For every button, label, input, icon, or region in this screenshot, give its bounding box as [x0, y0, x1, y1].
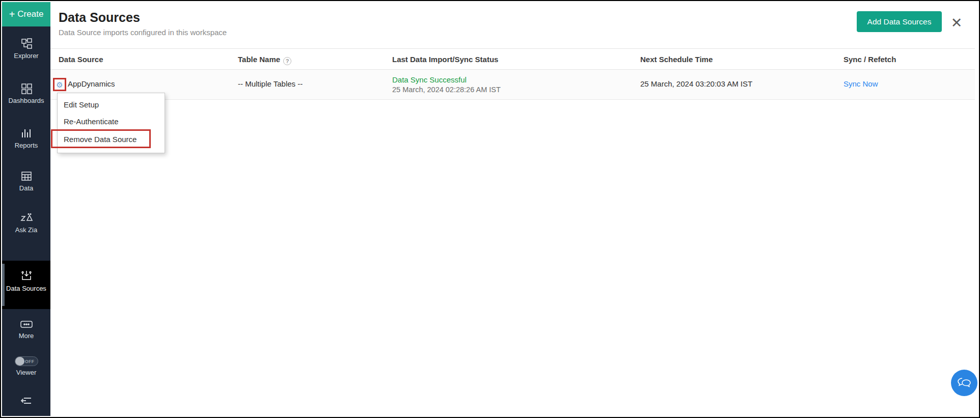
sidebar-item-data[interactable]: Data: [2, 170, 50, 192]
sidebar-item-data-sources-active[interactable]: Data Sources: [2, 261, 50, 309]
column-header-data-source: Data Source: [59, 55, 103, 64]
table-header-row: Data Source Table Name? Last Data Import…: [50, 48, 975, 70]
cell-sync-status: Data Sync Successful: [392, 75, 467, 84]
data-sources-icon: [20, 269, 33, 282]
column-header-next-schedule: Next Schedule Time: [640, 55, 713, 64]
cell-data-source-name: AppDynamics: [68, 79, 115, 88]
sidebar-item-more[interactable]: More: [2, 319, 50, 340]
chat-bubbles-icon: [957, 376, 971, 389]
chat-support-button[interactable]: [951, 370, 977, 396]
sidebar-item-explorer[interactable]: Explorer: [2, 38, 50, 60]
menu-item-re-authenticate[interactable]: Re-Authenticate: [64, 114, 160, 129]
sidebar-item-label: Data: [2, 184, 50, 192]
sidebar-item-reports[interactable]: Reports: [2, 127, 50, 149]
collapse-sidebar-button[interactable]: [2, 396, 50, 408]
sidebar-item-ask-zia[interactable]: Ask Zia: [2, 212, 50, 234]
sidebar-item-label: More: [2, 332, 50, 340]
context-menu: Edit Setup Re-Authenticate Remove Data S…: [57, 93, 165, 153]
column-header-last-status: Last Data Import/Sync Status: [392, 55, 498, 64]
toggle-state-label: OFF: [25, 359, 35, 364]
sidebar-item-dashboards[interactable]: Dashboards: [2, 82, 50, 104]
create-button-label: Create: [17, 9, 43, 19]
table-row: ⚙ AppDynamics -- Multiple Tables -- Data…: [50, 70, 975, 100]
plus-icon: +: [9, 9, 15, 19]
collapse-sidebar-icon: [20, 396, 33, 406]
dashboards-icon: [20, 82, 33, 95]
page-title: Data Sources: [59, 10, 140, 25]
more-ellipsis-icon: [20, 319, 33, 330]
explorer-icon: [20, 38, 33, 50]
gear-annotation-box: ⚙: [53, 78, 66, 91]
sync-now-link[interactable]: Sync Now: [843, 79, 878, 88]
toggle-knob: [15, 357, 24, 366]
menu-item-edit-setup[interactable]: Edit Setup: [64, 97, 160, 113]
viewer-label: Viewer: [2, 369, 50, 376]
sidebar: + Create Explorer Dashboards Reports: [2, 2, 50, 416]
app-window: + Create Explorer Dashboards Reports: [0, 0, 980, 418]
help-icon[interactable]: ?: [283, 57, 291, 65]
sidebar-item-label: Explorer: [2, 52, 50, 60]
sidebar-item-label: Dashboards: [2, 97, 50, 104]
create-button[interactable]: + Create: [2, 2, 50, 26]
cell-table-name: -- Multiple Tables --: [238, 79, 303, 88]
add-data-sources-button[interactable]: Add Data Sources: [857, 11, 942, 32]
sidebar-item-label: Ask Zia: [2, 226, 50, 234]
gear-icon[interactable]: ⚙: [56, 81, 63, 89]
cell-next-schedule-time: 25 March, 2024 03:20:03 AM IST: [640, 79, 752, 88]
sidebar-item-label: Reports: [2, 142, 50, 149]
menu-item-remove-data-source[interactable]: Remove Data Source: [64, 132, 160, 147]
zia-icon: [20, 212, 33, 224]
page-subtitle: Data Source imports configured in this w…: [59, 28, 227, 37]
viewer-toggle-group: OFF Viewer: [2, 356, 50, 376]
viewer-toggle[interactable]: OFF: [15, 356, 38, 366]
main-panel: Data Sources Data Source imports configu…: [50, 2, 978, 416]
column-header-sync-refetch: Sync / Refetch: [843, 55, 896, 64]
cell-sync-status-time: 25 March, 2024 02:28:26 AM IST: [392, 86, 501, 94]
close-icon[interactable]: ✕: [948, 14, 965, 32]
column-header-table-name: Table Name?: [238, 55, 291, 65]
reports-icon: [20, 127, 33, 140]
data-table-icon: [20, 170, 33, 182]
sidebar-item-label: Data Sources: [6, 285, 46, 292]
